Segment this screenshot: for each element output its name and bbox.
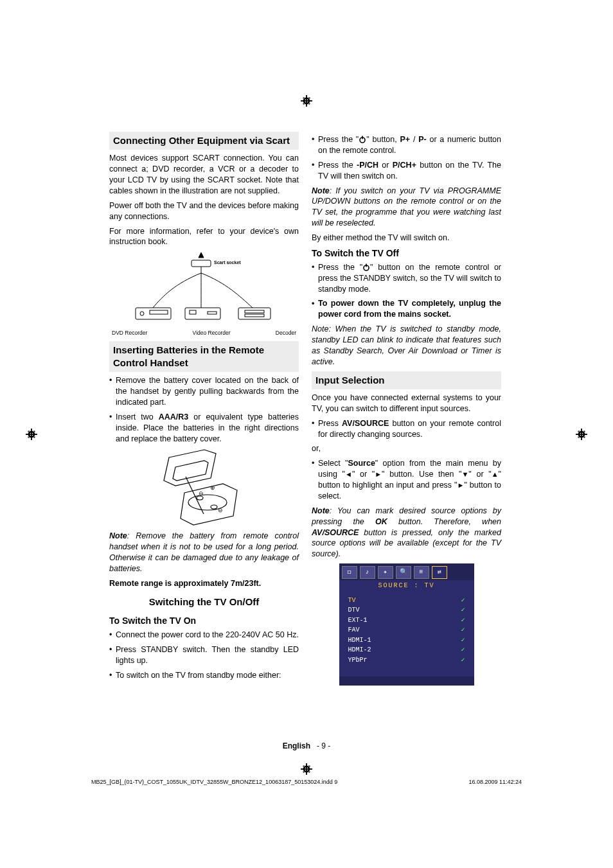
- standby-option-1: Press the "" button, P+ / P- or a numeri…: [312, 134, 501, 156]
- battery-illustration-icon: ⊖ ⊕ ⊖: [150, 448, 259, 528]
- svg-rect-27: [301, 768, 312, 770]
- caption-decoder: Decoder: [276, 330, 296, 337]
- heading-scart: Connecting Other Equipment via Scart: [109, 132, 299, 150]
- scart-para-3: For more information, refer to your devi…: [109, 226, 299, 248]
- batteries-step-2: Insert two AAA/R3 or equivalent type bat…: [109, 412, 299, 445]
- down-arrow-icon: ▼: [461, 471, 468, 478]
- input-list-2: Select "Source" option from the main men…: [312, 458, 501, 502]
- standby-continue-list: Press the "" button, P+ / P- or a numeri…: [312, 134, 501, 182]
- standby-option-2: Press the -P/CH or P/CH+ button on the T…: [312, 160, 501, 182]
- input-option-1: Press AV/SOURCE button on your remote co…: [312, 418, 501, 440]
- power-icon: [359, 136, 366, 143]
- crop-mark-right-icon: [576, 429, 587, 440]
- switch-on-step-2: Press STANDBY switch. Then the standby L…: [109, 644, 299, 666]
- osd-source-list: TV✓ DTV✓ EXT-1✓ FAV✓ HDMI-1✓ HDMI-2✓ YPb…: [339, 594, 474, 677]
- svg-rect-3: [301, 100, 312, 102]
- either-method: By either method the TV will switch on.: [312, 233, 501, 244]
- scart-caption-row: DVD Recorder Video Recorder Decoder: [109, 330, 299, 341]
- svg-rect-37: [190, 310, 196, 314]
- svg-text:⊕: ⊕: [210, 484, 215, 491]
- svg-rect-40: [245, 310, 264, 313]
- svg-rect-36: [185, 308, 220, 319]
- switch-on-list: Connect the power cord to the 220-240V A…: [109, 630, 299, 681]
- right-column: Press the "" button, P+ / P- or a numeri…: [312, 132, 501, 686]
- remote-range: Remote range is approximately 7m/23ft.: [109, 578, 299, 589]
- document-metadata: MB25_[GB]_(01-TV)_COST_1055UK_IDTV_32855…: [91, 778, 522, 786]
- batteries-step-1: Remove the battery cover located on the …: [109, 375, 299, 408]
- switch-on-step-1: Connect the power cord to the 220-240V A…: [109, 630, 299, 641]
- content-columns: Connecting Other Equipment via Scart Mos…: [109, 132, 501, 686]
- crop-mark-top-icon: [301, 95, 312, 107]
- left-arrow-icon: ◄: [345, 471, 352, 478]
- right-arrow-icon: ►: [458, 482, 465, 489]
- heading-input-selection: Input Selection: [312, 371, 501, 389]
- input-list-1: Press AV/SOURCE button on your remote co…: [312, 418, 501, 440]
- heading-switching: Switching the TV On/Off: [109, 593, 299, 611]
- batteries-note: Note: Remove the battery from remote con…: [109, 531, 299, 574]
- heading-batteries: Inserting Batteries in the Remote Contro…: [109, 341, 299, 373]
- input-note: Note: You can mark desired source option…: [312, 506, 501, 560]
- switch-on-step-3: To switch on the TV from standby mode ei…: [109, 670, 299, 681]
- doc-date: 16.08.2009 11:42:24: [468, 778, 522, 786]
- osd-row-hdmi1: HDMI-1✓: [348, 635, 465, 646]
- svg-rect-32: [191, 260, 211, 267]
- caption-dvd: DVD Recorder: [112, 330, 147, 337]
- switch-off-step-2: To power down the TV completely, unplug …: [312, 298, 501, 320]
- footer-page-number: - 9 -: [317, 741, 330, 750]
- right-arrow-icon: ►: [375, 471, 382, 478]
- input-intro: Once you have connected external systems…: [312, 393, 501, 414]
- osd-tab-source-icon: ⇄: [432, 566, 447, 579]
- doc-filename: MB25_[GB]_(01-TV)_COST_1055UK_IDTV_32855…: [91, 778, 337, 786]
- svg-rect-51: [366, 263, 367, 267]
- svg-rect-19: [576, 434, 587, 435]
- page: Connecting Other Equipment via Scart Mos…: [0, 0, 613, 868]
- scart-para-2: Power off both the TV and the devices be…: [109, 200, 299, 222]
- input-or: or,: [312, 443, 501, 454]
- caption-video: Video Recorder: [193, 330, 231, 337]
- crop-mark-left-icon: [26, 429, 37, 440]
- scart-para-1: Most devices support SCART connection. Y…: [109, 153, 299, 197]
- page-footer: English - 9 -: [0, 741, 613, 751]
- osd-tab-feature-icon: ✦: [378, 566, 393, 579]
- programme-note: Note: If you switch on your TV via PROGR…: [312, 186, 501, 229]
- heading-switch-on: To Switch the TV On: [109, 615, 299, 627]
- osd-row-dtv: DTV✓: [348, 605, 465, 616]
- up-arrow-icon: ▲: [492, 471, 499, 478]
- switch-off-step-1: Press the "" button on the remote contro…: [312, 262, 501, 295]
- osd-tab-sound-icon: ♪: [360, 566, 375, 579]
- scart-socket-label: Scart socket: [214, 260, 241, 265]
- svg-point-34: [140, 312, 144, 315]
- switch-off-list: Press the "" button on the remote contro…: [312, 262, 501, 320]
- standby-blink-note: Note: When the TV is switched to standby…: [312, 324, 501, 368]
- svg-rect-35: [150, 310, 168, 314]
- osd-tab-program-icon: ≡: [414, 566, 429, 579]
- input-option-2: Select "Source" option from the main men…: [312, 458, 501, 502]
- svg-rect-49: [362, 136, 364, 139]
- osd-row-ypbpr: YPbPr✓: [348, 655, 465, 666]
- svg-text:⊖: ⊖: [218, 507, 223, 513]
- osd-row-hdmi2: HDMI-2✓: [348, 645, 465, 655]
- svg-rect-11: [26, 434, 37, 435]
- svg-text:⊖: ⊖: [199, 490, 204, 497]
- osd-title: SOURCE : TV: [339, 580, 474, 594]
- osd-tab-picture-icon: ◻: [342, 566, 357, 579]
- osd-row-ext1: EXT-1✓: [348, 616, 465, 626]
- osd-row-tv: TV✓: [348, 596, 465, 606]
- power-icon: [362, 263, 370, 271]
- left-column: Connecting Other Equipment via Scart Mos…: [109, 132, 299, 686]
- osd-footer: [339, 677, 474, 686]
- osd-tabs: ◻ ♪ ✦ 🔍 ≡ ⇄: [339, 563, 474, 580]
- source-osd: ◻ ♪ ✦ 🔍 ≡ ⇄ SOURCE : TV TV✓ DTV✓ EXT-1✓ …: [339, 563, 474, 686]
- osd-row-fav: FAV✓: [348, 625, 465, 635]
- heading-switch-off: To Switch the TV Off: [312, 247, 501, 260]
- scart-illustration-icon: Scart socket: [130, 251, 278, 328]
- svg-rect-38: [208, 312, 217, 314]
- svg-point-44: [211, 505, 217, 509]
- osd-tab-install-icon: 🔍: [396, 566, 411, 579]
- svg-rect-33: [136, 308, 171, 319]
- batteries-list: Remove the battery cover located on the …: [109, 375, 299, 444]
- crop-mark-bottom-icon: [301, 763, 312, 775]
- svg-rect-39: [238, 308, 271, 319]
- svg-rect-41: [245, 314, 264, 317]
- footer-language: English: [283, 741, 310, 750]
